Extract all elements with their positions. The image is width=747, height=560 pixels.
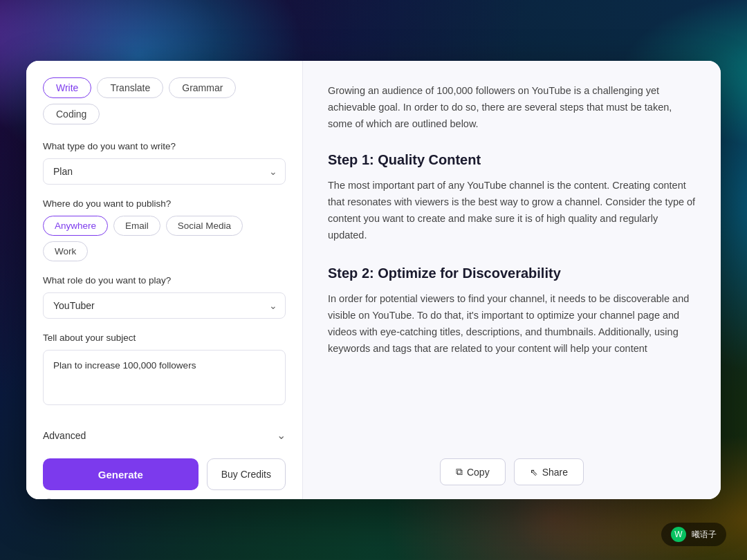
tab-grammar[interactable]: Grammar <box>169 77 236 98</box>
credits-icon: 💬 <box>43 498 55 499</box>
step-1-body: The most important part of any YouTube c… <box>328 178 696 244</box>
publish-section: Where do you want to publish? Anywhere E… <box>43 198 286 261</box>
chip-work[interactable]: Work <box>43 241 88 261</box>
tab-translate[interactable]: Translate <box>97 77 163 98</box>
role-select-wrapper: YouTuber Blogger Student Professional ⌄ <box>43 292 286 319</box>
subject-textarea[interactable]: Plan to increase 100,000 followers <box>43 350 286 405</box>
type-select[interactable]: Plan Blog Post Essay Story Article <box>43 158 286 185</box>
credits-text: 5 credits left! <box>59 499 110 500</box>
content-intro: Growing an audience of 100,000 followers… <box>328 83 696 133</box>
main-card: Write Translate Grammar Coding What type… <box>26 61 721 499</box>
buy-credits-button[interactable]: Buy Credits <box>207 458 286 490</box>
copy-label: Copy <box>467 467 490 478</box>
publish-label: Where do you want to publish? <box>43 198 286 209</box>
copy-icon: ⧉ <box>456 466 463 478</box>
type-section: What type do you want to write? Plan Blo… <box>43 141 286 185</box>
chip-email[interactable]: Email <box>113 216 160 236</box>
step-2-body: In order for potential viewers to find y… <box>328 291 696 357</box>
advanced-section[interactable]: Advanced ⌄ <box>43 422 286 449</box>
wechat-badge: W 曦语子 <box>661 523 726 546</box>
advanced-chevron-icon: ⌄ <box>277 429 286 442</box>
credits-row: 💬 5 credits left! Apply Credits <box>43 498 286 499</box>
credits-left: 💬 5 credits left! <box>43 498 110 499</box>
tab-write[interactable]: Write <box>43 77 91 98</box>
role-label: What role do you want to play? <box>43 275 286 286</box>
right-panel: Growing an audience of 100,000 followers… <box>303 61 721 499</box>
bottom-buttons: Generate Buy Credits <box>43 458 286 490</box>
role-section: What role do you want to play? YouTuber … <box>43 275 286 319</box>
share-label: Share <box>542 467 568 478</box>
subject-label: Tell about your subject <box>43 333 286 343</box>
generate-button[interactable]: Generate <box>43 458 199 490</box>
publish-chips: Anywhere Email Social Media Work <box>43 216 286 261</box>
tabs-row: Write Translate Grammar Coding <box>43 77 286 124</box>
type-select-wrapper: Plan Blog Post Essay Story Article ⌄ <box>43 158 286 185</box>
left-panel: Write Translate Grammar Coding What type… <box>26 61 303 499</box>
role-select[interactable]: YouTuber Blogger Student Professional <box>43 292 286 319</box>
share-button[interactable]: ⇖ Share <box>514 458 584 485</box>
step-1-title: Step 1: Quality Content <box>328 152 696 168</box>
chip-social-media[interactable]: Social Media <box>166 216 243 236</box>
wechat-name: 曦语子 <box>692 529 717 541</box>
tab-coding[interactable]: Coding <box>43 104 100 124</box>
copy-button[interactable]: ⧉ Copy <box>440 458 506 485</box>
action-bar: ⧉ Copy ⇖ Share <box>303 458 721 485</box>
step-2-title: Step 2: Optimize for Discoverability <box>328 265 696 281</box>
chip-anywhere[interactable]: Anywhere <box>43 216 108 236</box>
advanced-label: Advanced <box>43 430 86 441</box>
type-label: What type do you want to write? <box>43 141 286 151</box>
subject-section: Tell about your subject Plan to increase… <box>43 333 286 408</box>
apply-credits-link[interactable]: Apply Credits <box>232 499 286 500</box>
wechat-icon: W <box>671 527 686 542</box>
share-icon: ⇖ <box>530 467 538 478</box>
